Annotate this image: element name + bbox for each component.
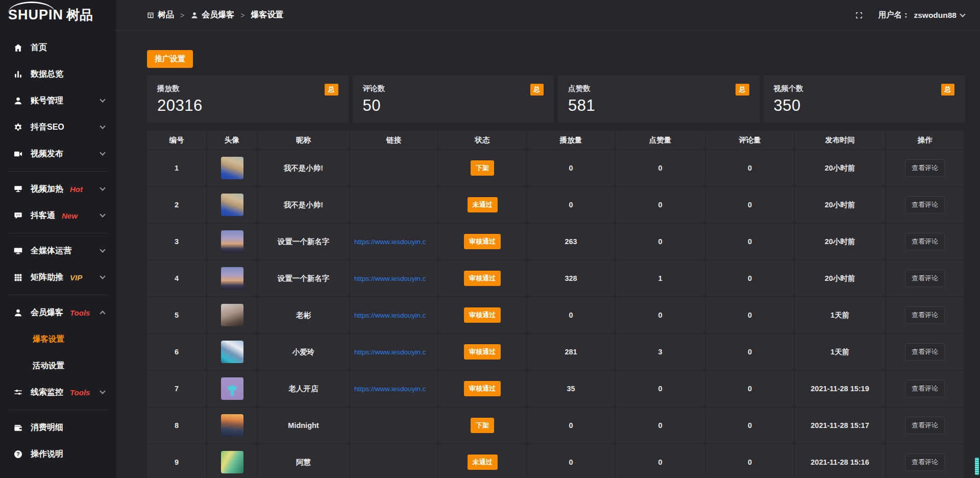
- logo-text-en: SHUPIN: [8, 7, 63, 23]
- avatar-cell: [207, 297, 257, 333]
- plays-cell: 0: [527, 297, 615, 333]
- status-badge: 审核通过: [464, 234, 501, 249]
- sidebar-item-label: 视频发布: [31, 149, 63, 159]
- link-cell: [350, 408, 437, 443]
- time-cell: 2021-11-28 15:17: [795, 408, 885, 443]
- comments-cell: 0: [706, 408, 794, 443]
- comments-cell: 0: [706, 224, 794, 259]
- sidebar-item-label: 线索监控: [31, 387, 63, 398]
- view-comments-button[interactable]: 查看评论: [905, 233, 945, 250]
- row-number-cell: 3: [147, 224, 206, 259]
- sidebar-item-douketong[interactable]: 抖客通New: [0, 202, 116, 229]
- sidebar-item-matrix-boost[interactable]: 矩阵助推VIP: [0, 264, 116, 291]
- avatar-cell: [207, 444, 257, 478]
- sidebar: SHUPIN 树品 首页数据总览账号管理抖音SEO视频发布视频加热Hot抖客通N…: [0, 0, 116, 478]
- sidebar-item-video-heat[interactable]: 视频加热Hot: [0, 176, 116, 202]
- sidebar-item-media-operation[interactable]: 全媒体运营: [0, 237, 116, 264]
- breadcrumb-item-shupin[interactable]: 树品: [146, 10, 174, 20]
- action-cell: 查看评论: [886, 224, 964, 259]
- video-link[interactable]: https://www.iesdouyin.c: [354, 238, 426, 246]
- user-menu[interactable]: 用户名： zswodun88: [878, 10, 965, 20]
- likes-cell: 0: [616, 187, 705, 223]
- link-cell: [350, 444, 437, 478]
- nickname-cell: 阿慧: [258, 444, 349, 478]
- sidebar-item-home[interactable]: 首页: [0, 34, 116, 61]
- stat-card-label: 评论数: [363, 84, 544, 93]
- chevron-down-icon: [100, 185, 105, 190]
- sidebar-item-video-publish[interactable]: 视频发布: [0, 140, 116, 167]
- view-comments-button[interactable]: 查看评论: [905, 380, 945, 397]
- link-cell: [350, 187, 437, 223]
- sidebar-item-clue-monitor[interactable]: 线索监控Tools: [0, 379, 116, 405]
- chevron-down-icon: [100, 273, 105, 279]
- sidebar-item-consume-detail[interactable]: 消费明细: [0, 414, 116, 441]
- app-logo[interactable]: SHUPIN 树品: [0, 0, 116, 30]
- avatar-cell: [207, 187, 257, 223]
- row-number-cell: 5: [147, 297, 206, 333]
- status-cell: 审核通过: [438, 260, 526, 296]
- video-link[interactable]: https://www.iesdouyin.c: [354, 275, 426, 282]
- column-header: 点赞量: [616, 131, 705, 149]
- status-badge: 审核通过: [464, 344, 501, 360]
- status-cell: 未通过: [438, 187, 526, 223]
- view-comments-button[interactable]: 查看评论: [905, 343, 945, 361]
- sidebar-item-account-manage[interactable]: 账号管理: [0, 87, 116, 114]
- action-cell: 查看评论: [886, 444, 964, 478]
- avatar-cell: [207, 260, 257, 296]
- breadcrumb-label: 树品: [158, 10, 174, 20]
- sidebar-divider: [8, 295, 108, 295]
- sidebar-item-label: 矩阵助推: [31, 272, 63, 283]
- video-link[interactable]: https://www.iesdouyin.c: [354, 312, 426, 319]
- sidebar-item-operation-help[interactable]: ?操作说明: [0, 441, 116, 467]
- view-comments-button[interactable]: 查看评论: [905, 417, 945, 434]
- view-comments-button[interactable]: 查看评论: [905, 306, 945, 324]
- sliders-icon: [13, 388, 23, 397]
- action-cell: 查看评论: [886, 334, 964, 370]
- row-number-cell: 4: [147, 260, 206, 296]
- sidebar-item-data-overview[interactable]: 数据总览: [0, 61, 116, 87]
- sidebar-item-badge: New: [62, 211, 78, 220]
- member-icon: [13, 308, 23, 318]
- breadcrumb-label: 爆客设置: [251, 10, 283, 20]
- user-icon: [13, 96, 23, 106]
- sidebar-item-label: 数据总览: [31, 69, 63, 80]
- sidebar-item-member-baoke[interactable]: 会员爆客Tools: [0, 299, 116, 326]
- sidebar-item-douyin-seo[interactable]: 抖音SEO: [0, 114, 116, 140]
- comments-cell: 0: [706, 187, 794, 223]
- stat-card-value: 50: [363, 97, 544, 115]
- promo-settings-button[interactable]: 推广设置: [147, 50, 193, 68]
- likes-cell: 0: [616, 371, 705, 407]
- row-number-cell: 1: [147, 150, 206, 186]
- status-badge: 审核通过: [464, 307, 501, 323]
- action-cell: 查看评论: [886, 408, 964, 443]
- grid-icon: [13, 273, 23, 282]
- view-comments-button[interactable]: 查看评论: [905, 270, 945, 287]
- row-number-cell: 8: [147, 408, 206, 443]
- time-cell: 20小时前: [795, 224, 885, 259]
- avatar-cell: [207, 150, 257, 186]
- likes-cell: 3: [616, 334, 705, 370]
- video-link[interactable]: https://www.iesdouyin.c: [354, 348, 426, 356]
- status-cell: 下架: [438, 408, 526, 443]
- status-cell: 审核通过: [438, 334, 526, 370]
- plays-cell: 0: [527, 408, 615, 443]
- bar-chart-icon: [13, 69, 23, 79]
- breadcrumb-item-member-baoke[interactable]: 会员爆客: [190, 10, 234, 20]
- sidebar-divider: [8, 410, 108, 410]
- fullscreen-icon[interactable]: [854, 11, 864, 20]
- sidebar-item-label: 账号管理: [31, 95, 63, 106]
- data-table: 编号头像昵称链接状态播放量点赞量评论量发布时间操作1我不是小帅!下架00020小…: [147, 131, 965, 478]
- view-comments-button[interactable]: 查看评论: [905, 196, 945, 213]
- view-comments-button[interactable]: 查看评论: [905, 159, 945, 177]
- sidebar-subitem-activity-settings[interactable]: 活动设置: [0, 352, 116, 379]
- sidebar-subitem-baoke-settings[interactable]: 爆客设置: [0, 326, 116, 352]
- stat-card-label: 视频个数: [774, 84, 955, 93]
- view-comments-button[interactable]: 查看评论: [905, 453, 945, 471]
- video-link[interactable]: https://www.iesdouyin.c: [354, 385, 426, 393]
- column-header: 评论量: [706, 131, 794, 149]
- floating-widget[interactable]: [975, 458, 979, 475]
- sidebar-item-badge: Tools: [70, 388, 90, 397]
- row-number-cell: 2: [147, 187, 206, 223]
- svg-text:?: ?: [16, 451, 19, 457]
- action-cell: 查看评论: [886, 260, 964, 296]
